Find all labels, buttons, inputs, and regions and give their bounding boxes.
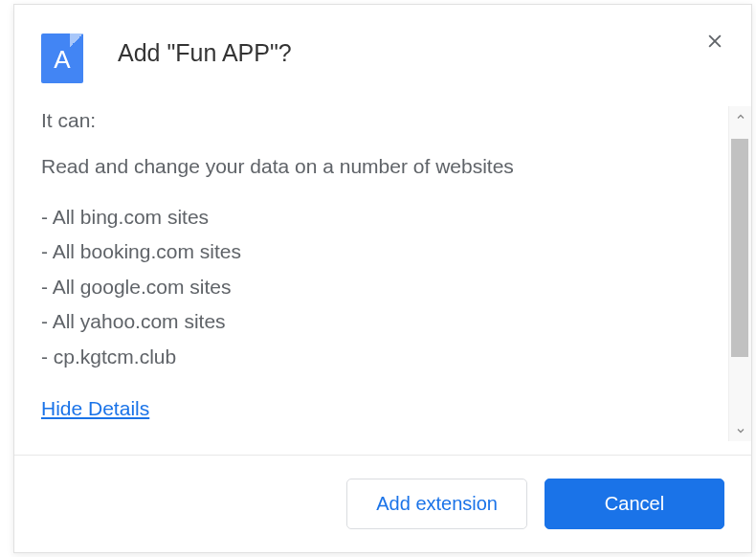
dialog-footer: Add extension Cancel — [14, 455, 751, 552]
permission-description: Read and change your data on a number of… — [41, 152, 724, 181]
hide-details-link[interactable]: Hide Details — [41, 394, 149, 423]
close-button[interactable] — [701, 28, 728, 55]
list-item: All booking.com sites — [41, 237, 724, 266]
add-extension-button[interactable]: Add extension — [346, 479, 527, 529]
scroll-thumb[interactable] — [731, 139, 748, 357]
extension-install-dialog: A Add "Fun APP"? It can: Read and change… — [13, 4, 752, 553]
extension-icon-letter: A — [54, 45, 70, 75]
dialog-header: A Add "Fun APP"? — [14, 5, 751, 93]
scroll-up-button[interactable] — [729, 106, 752, 127]
list-item: cp.kgtcm.club — [41, 343, 724, 371]
scroll-down-button[interactable] — [729, 420, 752, 441]
permissions-content: It can: Read and change your data on a n… — [14, 106, 751, 441]
close-icon — [705, 32, 724, 51]
list-item: All google.com sites — [41, 273, 724, 301]
content-wrapper: It can: Read and change your data on a n… — [14, 106, 751, 441]
list-item: All bing.com sites — [41, 203, 724, 232]
cancel-button[interactable]: Cancel — [545, 479, 724, 529]
sites-list: All bing.com sites All booking.com sites… — [41, 203, 724, 371]
scrollbar[interactable] — [728, 106, 751, 441]
dialog-title: Add "Fun APP"? — [118, 39, 292, 67]
chevron-down-icon — [735, 425, 746, 436]
intro-text: It can: — [41, 106, 724, 135]
extension-icon: A — [41, 33, 83, 83]
chevron-up-icon — [735, 111, 746, 123]
list-item: All yahoo.com sites — [41, 307, 724, 336]
